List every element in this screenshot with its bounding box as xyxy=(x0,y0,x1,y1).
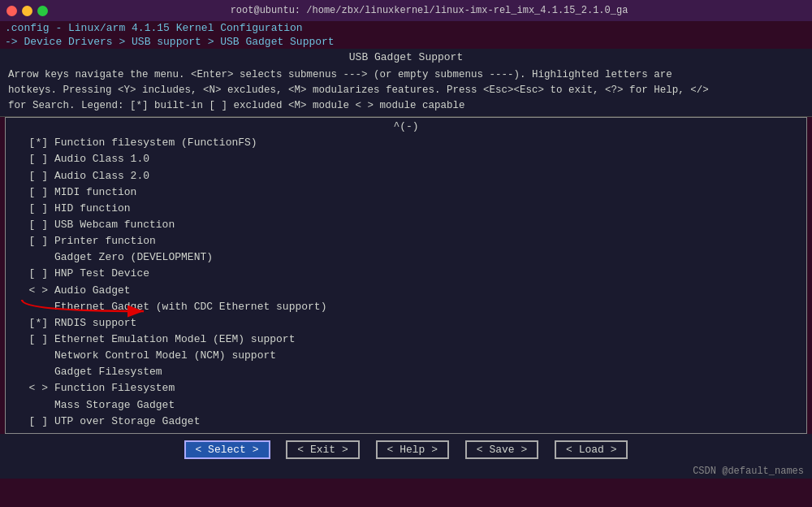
menu-item-9[interactable]: < >Audio Gadget xyxy=(6,283,806,299)
menu-item-6[interactable]: [ ]Printer function xyxy=(6,233,806,249)
load-button[interactable]: < Load > xyxy=(555,440,628,459)
menu-item-18[interactable]: Serial Gadget (with CDC ACM and CDC OBEX… xyxy=(6,430,806,434)
section-title-text: USB Gadget Support xyxy=(349,51,463,63)
config-title: .config - Linux/arm 4.1.15 Kernel Config… xyxy=(0,21,812,35)
minimize-button[interactable] xyxy=(22,6,32,16)
help-text: Arrow keys navigate the menu. <Enter> se… xyxy=(0,64,812,117)
watermark: CSDN @default_names xyxy=(0,464,812,479)
menu-item-4[interactable]: [ ]HID function xyxy=(6,201,806,217)
help-button[interactable]: < Help > xyxy=(376,440,449,459)
select-button[interactable]: < Select > xyxy=(184,440,270,459)
menu-item-2[interactable]: [ ]Audio Class 2.0 xyxy=(6,168,806,184)
menu-item-1[interactable]: [ ]Audio Class 1.0 xyxy=(6,151,806,167)
help-line-1: Arrow keys navigate the menu. <Enter> se… xyxy=(8,67,804,83)
breadcrumb-text: -> Device Drivers > USB support > USB Ga… xyxy=(5,36,335,48)
maximize-button[interactable] xyxy=(37,6,48,16)
config-title-text: .config - Linux/arm 4.1.15 Kernel Config… xyxy=(5,22,303,34)
menu-item-17[interactable]: [ ]UTP over Storage Gadget xyxy=(6,414,806,430)
menu-item-0[interactable]: [*]Function filesystem (FunctionFS) xyxy=(6,135,806,151)
titlebar: root@ubuntu: /home/zbx/linuxkernel/linux… xyxy=(0,0,812,21)
menu-item-5[interactable]: [ ]USB Webcam function xyxy=(6,217,806,233)
help-line-3: for Search. Legend: [*] built-in [ ] exc… xyxy=(8,98,804,114)
menu-item-13[interactable]: Network Control Model (NCM) support xyxy=(6,348,806,364)
exit-button[interactable]: < Exit > xyxy=(286,440,359,459)
watermark-text: CSDN @default_names xyxy=(693,466,804,477)
save-button[interactable]: < Save > xyxy=(465,440,538,459)
menu-item-7[interactable]: Gadget Zero (DEVELOPMENT) xyxy=(6,249,806,266)
section-title: USB Gadget Support xyxy=(0,49,812,64)
menu-items-list: [*]Function filesystem (FunctionFS)[ ]Au… xyxy=(6,135,806,434)
menu-item-16[interactable]: Mass Storage Gadget xyxy=(6,397,806,414)
menu-item-12[interactable]: [ ]Ethernet Emulation Model (EEM) suppor… xyxy=(6,332,806,348)
menu-item-15[interactable]: < >Function Filesystem xyxy=(6,380,806,396)
menu-item-10[interactable]: Ethernet Gadget (with CDC Ethernet suppo… xyxy=(6,299,806,315)
menu-container: ^(-) [*]Function filesystem (FunctionFS)… xyxy=(5,117,807,434)
menu-item-8[interactable]: [ ]HNP Test Device xyxy=(6,266,806,282)
close-button[interactable] xyxy=(6,6,17,16)
menu-internal-title: ^(-) xyxy=(6,119,806,135)
menu-item-11[interactable]: [*]RNDIS support xyxy=(6,315,806,332)
help-line-2: hotkeys. Pressing <Y> includes, <N> excl… xyxy=(8,83,804,98)
window-title: root@ubuntu: /home/zbx/linuxkernel/linux… xyxy=(53,5,806,16)
bottom-bar: < Select > < Exit > < Help > < Save > < … xyxy=(0,434,812,464)
menu-item-3[interactable]: [ ]MIDI function xyxy=(6,184,806,201)
breadcrumb-bar: -> Device Drivers > USB support > USB Ga… xyxy=(0,35,812,49)
menu-item-14[interactable]: Gadget Filesystem xyxy=(6,364,806,380)
